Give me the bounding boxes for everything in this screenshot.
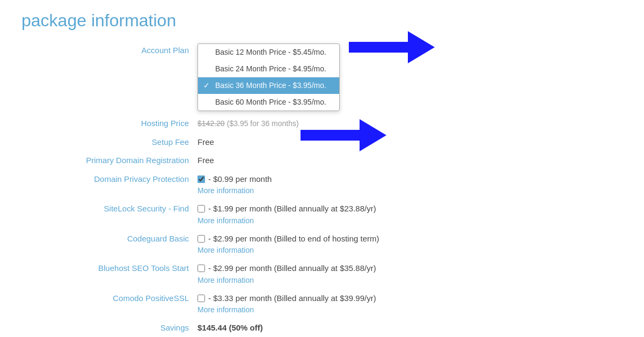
package-info-table: Account Plan Basic 12 Month Price - $5.4… [21, 41, 623, 337]
bluehost-seo-value: - $2.99 per month (Billed annually at $3… [193, 259, 623, 289]
account-plan-label: Account Plan [21, 41, 193, 114]
sitelock-label: SiteLock Security - Find [21, 200, 193, 230]
primary-domain-row: Primary Domain Registration Free [21, 151, 623, 170]
account-plan-dropdown[interactable]: Basic 12 Month Price - $5.45/mo. Basic 2… [197, 43, 340, 111]
domain-privacy-row: Domain Privacy Protection - $0.99 per mo… [21, 170, 623, 200]
sitelock-checkbox[interactable] [197, 205, 205, 213]
primary-domain-label: Primary Domain Registration [21, 151, 193, 170]
domain-privacy-more-info[interactable]: More information [197, 185, 618, 196]
dropdown-option-3[interactable]: Basic 60 Month Price - $3.95/mo. [198, 94, 339, 111]
dropdown-option-0[interactable]: Basic 12 Month Price - $5.45/mo. [198, 44, 339, 61]
domain-privacy-checkbox[interactable] [197, 175, 205, 183]
sitelock-value: - $1.99 per month (Billed annually at $2… [193, 200, 623, 230]
account-plan-row: Account Plan Basic 12 Month Price - $5.4… [21, 41, 623, 114]
comodo-more-info[interactable]: More information [197, 304, 618, 316]
setup-fee-row: Setup Fee Free [21, 133, 623, 152]
codeguard-checkbox[interactable] [197, 235, 205, 243]
bluehost-seo-label: Bluehost SEO Tools Start [21, 259, 193, 289]
bluehost-seo-checkbox[interactable] [197, 265, 205, 272]
domain-privacy-label: Domain Privacy Protection [21, 170, 193, 200]
codeguard-row: Codeguard Basic - $2.99 per month (Bille… [21, 230, 623, 260]
bluehost-seo-more-info[interactable]: More information [197, 275, 618, 286]
sitelock-row: SiteLock Security - Find - $1.99 per mon… [21, 200, 623, 230]
comodo-checkbox[interactable] [197, 295, 205, 302]
setup-fee-value: Free [193, 133, 623, 152]
account-plan-value: Basic 12 Month Price - $5.45/mo. Basic 2… [193, 41, 623, 114]
hosting-price-label: Hosting Price [21, 114, 193, 133]
codeguard-more-info[interactable]: More information [197, 245, 618, 256]
sitelock-more-info[interactable]: More information [197, 215, 618, 226]
codeguard-label: Codeguard Basic [21, 230, 193, 260]
savings-value: $145.44 (50% off) [193, 319, 623, 337]
codeguard-value: - $2.99 per month (Billed to end of host… [193, 230, 623, 260]
hosting-price-row: Hosting Price $142.20 ($3.95 for 36 mont… [21, 114, 623, 133]
comodo-label: Comodo PositiveSSL [21, 289, 193, 319]
comodo-value: - $3.33 per month (Billed annually at $3… [193, 289, 623, 319]
bluehost-seo-row: Bluehost SEO Tools Start - $2.99 per mon… [21, 259, 623, 289]
domain-privacy-value: - $0.99 per month More information [193, 170, 623, 200]
comodo-row: Comodo PositiveSSL - $3.33 per month (Bi… [21, 289, 623, 319]
setup-fee-label: Setup Fee [21, 133, 193, 152]
dropdown-option-2[interactable]: ✓ Basic 36 Month Price - $3.95/mo. [198, 77, 339, 94]
primary-domain-value: Free [193, 151, 623, 170]
page-title: package information [21, 11, 623, 31]
dropdown-option-1[interactable]: Basic 24 Month Price - $4.95/mo. [198, 61, 339, 77]
hosting-price-value: $142.20 ($3.95 for 36 months) [193, 114, 623, 133]
savings-label: Savings [21, 319, 193, 337]
savings-row: Savings $145.44 (50% off) [21, 319, 623, 337]
